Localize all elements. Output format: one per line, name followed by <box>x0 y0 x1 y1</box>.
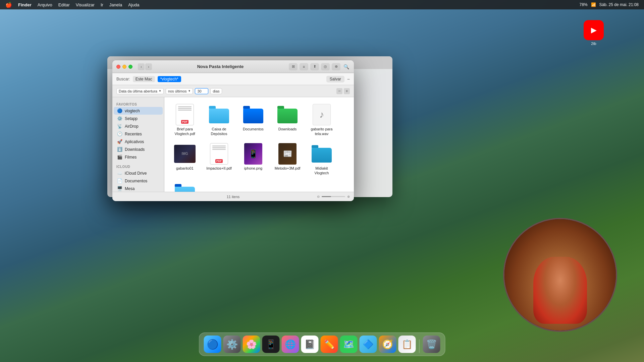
minimize-button[interactable] <box>122 65 126 69</box>
sidebar-item-downloads[interactable]: ⬇️ Downloads <box>114 145 163 153</box>
file-icon-iphone: 📱 <box>243 143 264 165</box>
filter-condition-select[interactable]: nos últimos ▼ <box>166 88 193 94</box>
zoom-slider[interactable] <box>322 196 345 197</box>
fullscreen-button[interactable] <box>128 65 132 69</box>
status-bar: 11 itens ⊖ ⊕ <box>112 192 354 201</box>
dock-system-prefs[interactable]: ⚙️ <box>223 336 241 353</box>
file-item-publica[interactable]: Pública <box>170 181 200 192</box>
file-grid: Brief para Vlogtech.pdf Caixa de Depósit… <box>164 97 354 192</box>
filter-criteria-select[interactable]: Data da última abertura ▼ <box>116 88 164 94</box>
menubar-right: 78% 📶 Sáb. 25 de mai. 21:08 <box>580 2 639 7</box>
file-name-impactos: Impactos+II.pdf <box>206 166 232 171</box>
filter-value-input[interactable] <box>195 88 208 94</box>
dock-maps[interactable]: 🗺️ <box>340 336 358 353</box>
ir-menu[interactable]: Ir <box>101 2 103 7</box>
file-item-iphone[interactable]: 📱 iphone.png <box>238 142 268 177</box>
filter-unit-select[interactable]: dias <box>210 88 222 94</box>
file-item-impactos[interactable]: Impactos+II.pdf <box>204 142 234 177</box>
dock-bezel[interactable]: 📱 <box>262 336 280 353</box>
dock-photos[interactable]: 🌸 <box>243 336 260 353</box>
close-button[interactable] <box>116 65 120 69</box>
dock-craft[interactable]: ✏️ <box>321 336 338 353</box>
dock-lasso[interactable]: 🔷 <box>360 336 377 353</box>
view-list-btn[interactable]: ≡ <box>300 63 308 70</box>
youtube-label: 2tb <box>585 42 602 46</box>
dock-trash[interactable]: 🗑️ <box>423 336 440 353</box>
nav-buttons: ‹ › <box>138 63 152 70</box>
traffic-lights <box>116 65 132 69</box>
dock-browser[interactable]: 🧭 <box>379 336 396 353</box>
sidebar-item-airdrop[interactable]: 📡 AirDrop <box>114 122 163 130</box>
visualizar-menu[interactable]: Visualizar <box>76 2 95 7</box>
sidebar-item-icloud-drive[interactable]: ☁️ iCloud Drive <box>114 169 163 177</box>
janela-menu[interactable]: Janela <box>109 2 122 7</box>
finder-menu[interactable]: Finder <box>18 2 32 7</box>
sidebar-item-filmes[interactable]: 🎬 Filmes <box>114 153 163 161</box>
window-content: Favoritos 🔵 vlogtech ⚙️ Setapp 📡 AirDrop… <box>112 97 354 192</box>
editar-menu[interactable]: Editar <box>58 2 70 7</box>
dock-arc[interactable]: 🌐 <box>282 336 299 353</box>
sidebar-favorites-label: Favoritos <box>112 101 164 107</box>
more-btn[interactable]: ⊕ <box>332 63 340 70</box>
save-button[interactable]: Salvar <box>326 76 344 82</box>
file-item-gabarito01[interactable]: IMG gabarito01 <box>170 142 200 177</box>
sidebar-item-setapp[interactable]: ⚙️ Setapp <box>114 115 163 122</box>
file-name-documentos: Documentos <box>243 127 264 131</box>
dock-clipboard[interactable]: 📋 <box>398 336 416 353</box>
file-icon-metodo: 📰 <box>277 143 298 165</box>
file-name-metodo: Metodo+3M.pdf <box>275 166 301 171</box>
sidebar-icloud-section: iCloud ☁️ iCloud Drive 📄 Documentos 🖥️ M… <box>112 162 164 192</box>
file-item-gabarito-wav[interactable]: ♪ gabarito para tela.wav <box>307 103 337 138</box>
sidebar-item-documentos[interactable]: 📄 Documentos <box>114 177 163 185</box>
sidebar-icloud-label: iCloud <box>112 164 164 169</box>
sidebar-label-icloud-drive: iCloud Drive <box>125 171 147 176</box>
sidebar-label-recentes: Recentes <box>125 132 142 136</box>
file-name-downloads: Downloads <box>278 127 297 131</box>
file-icon-gabarito-wav: ♪ <box>311 104 332 125</box>
menubar-left: 🍎 Finder Arquivo Editar Visualizar Ir Ja… <box>5 2 139 8</box>
image-file-icon: IMG <box>174 145 196 163</box>
file-item-downloads[interactable]: Downloads <box>272 103 303 138</box>
search-token-vlogtech[interactable]: *vlogtech* <box>158 76 181 82</box>
sidebar-item-recentes[interactable]: 🕐 Recentes <box>114 130 163 138</box>
sidebar-item-mesa[interactable]: 🖥️ Mesa <box>114 185 163 192</box>
apple-menu[interactable]: 🍎 <box>5 2 12 8</box>
sidebar-label-aplicativos: Aplicativos <box>125 139 144 144</box>
filter-plus-btn[interactable]: + <box>344 88 350 94</box>
search-button[interactable]: 🔍 <box>342 63 350 70</box>
share-btn[interactable]: ⬆ <box>310 63 319 70</box>
filter-buttons: − + <box>336 88 350 94</box>
audio-file-icon: ♪ <box>313 104 331 125</box>
file-item-midiakit[interactable]: Midiakit Vlogtech <box>307 142 337 177</box>
file-item-brief[interactable]: Brief para Vlogtech.pdf <box>170 103 200 138</box>
search-bar: Buscar: Este Mac *vlogtech* Salvar − <box>112 73 354 85</box>
dock-notion[interactable]: 📓 <box>301 336 319 353</box>
sidebar-label-documentos: Documentos <box>125 179 147 183</box>
back-button[interactable]: ‹ <box>138 63 145 70</box>
file-item-metodo[interactable]: 📰 Metodo+3M.pdf <box>272 142 303 177</box>
file-icon-caixa <box>208 104 230 125</box>
dock-finder[interactable]: 🔵 <box>204 336 221 353</box>
arquivo-menu[interactable]: Arquivo <box>38 2 52 7</box>
view-icon-btn[interactable]: ⊞ <box>289 63 298 70</box>
sidebar-item-vlogtech[interactable]: 🔵 vlogtech <box>114 107 163 115</box>
ajuda-menu[interactable]: Ajuda <box>128 2 139 7</box>
file-name-brief: Brief para Vlogtech.pdf <box>171 127 199 136</box>
forward-button[interactable]: › <box>145 63 152 70</box>
youtube-icon[interactable] <box>584 20 604 40</box>
search-scope-mac[interactable]: Este Mac <box>133 76 155 82</box>
battery-indicator: 78% <box>580 2 588 7</box>
file-icon-downloads <box>277 104 298 125</box>
filter-minus-btn[interactable]: − <box>336 88 342 94</box>
finder-window: ‹ › Nova Pasta Inteligente ⊞ ≡ ⬆ ◎ ⊕ 🔍 B… <box>112 60 354 201</box>
file-item-caixa[interactable]: Caixa de Depósitos <box>204 103 234 138</box>
file-item-documentos[interactable]: Documentos <box>238 103 268 138</box>
wifi-indicator: 📶 <box>591 2 596 7</box>
tag-btn[interactable]: ◎ <box>321 63 330 70</box>
file-name-gabarito-wav: gabarito para tela.wav <box>308 127 335 136</box>
sidebar-item-aplicativos[interactable]: 🚀 Aplicativos <box>114 138 163 145</box>
downloads-icon: ⬇️ <box>117 147 122 152</box>
icloud-drive-icon: ☁️ <box>117 171 122 176</box>
recentes-icon: 🕐 <box>117 131 122 136</box>
close-filter-btn[interactable]: − <box>347 76 350 82</box>
